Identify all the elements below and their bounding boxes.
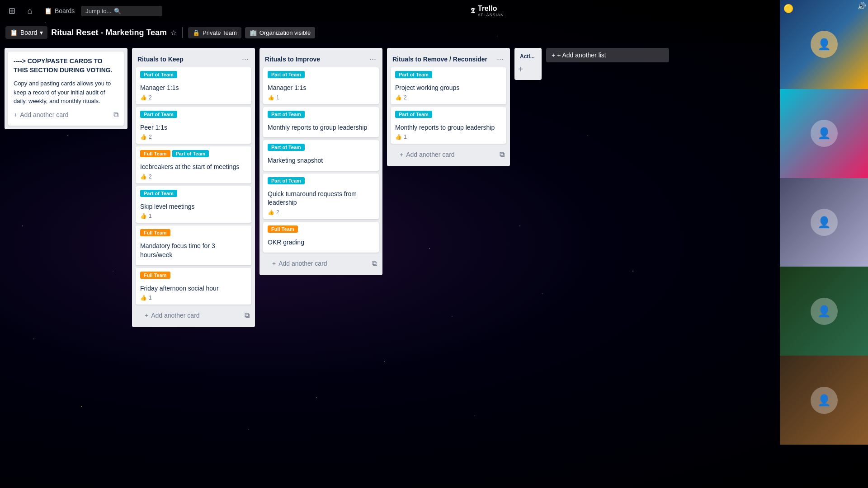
card-keep-focus-time[interactable]: Full Team Mandatory focus time for 3 hou…: [136, 225, 251, 265]
video-participant-3[interactable]: 👤: [780, 178, 868, 267]
visibility-badge[interactable]: 🔒 Private Team: [188, 27, 241, 38]
plus-icon: +: [145, 312, 148, 319]
board-star-button[interactable]: ☆: [170, 28, 177, 37]
label-full-team: Full Team: [140, 229, 170, 236]
home-icon[interactable]: ⌂: [22, 3, 38, 19]
column-rituals-improve: Rituals to Improve ··· Part of Team Mana…: [259, 48, 382, 275]
card-likes[interactable]: 👍 2: [395, 94, 407, 101]
note-card-title: ----> COPY/PASTE CARDS TO THIS SECTION D…: [14, 57, 118, 75]
note-card[interactable]: ----> COPY/PASTE CARDS TO THIS SECTION D…: [8, 52, 124, 126]
card-likes[interactable]: 👍 1: [140, 295, 152, 301]
column-copy-paste: ----> COPY/PASTE CARDS TO THIS SECTION D…: [5, 48, 127, 129]
add-card-button-col2[interactable]: + Add another card: [267, 256, 367, 271]
like-count: 2: [149, 174, 152, 180]
thumbsup-icon: 👍: [140, 134, 147, 140]
card-remove-monthly-reports[interactable]: Part of Team Monthly reports to group le…: [391, 107, 506, 144]
plus-icon: +: [400, 151, 403, 158]
card-keep-peer-1on1[interactable]: Part of Team Peer 1:1s 👍 2: [136, 107, 251, 144]
card-title: Manager 1:1s: [140, 84, 247, 93]
label-part-of-team: Part of Team: [268, 177, 305, 184]
column-menu-keep[interactable]: ···: [239, 53, 251, 65]
card-keep-friday-social[interactable]: Full Team Friday afternoon social hour 👍…: [136, 268, 251, 305]
video-participant-2[interactable]: 👤: [780, 89, 868, 178]
card-improve-marketing-snapshot[interactable]: Part of Team Marketing snapshot: [263, 140, 379, 171]
card-likes[interactable]: 👍 2: [140, 134, 152, 140]
top-navigation: ⊞ ⌂ 📋 Boards Jump to... 🔍 𝕿 Trello ATLAS…: [0, 0, 868, 22]
like-count: 1: [149, 213, 152, 219]
column-title-improve: Rituals to Improve: [265, 56, 367, 63]
like-count: 2: [276, 209, 279, 216]
card-keep-icebreakers[interactable]: Full Team Part of Team Icebreakers at th…: [136, 146, 251, 183]
card-footer: 👍 2: [268, 209, 374, 216]
card-likes[interactable]: 👍 1: [140, 213, 152, 219]
card-footer: 👍 1: [395, 134, 502, 140]
logo-text: 𝕿 Trello ATLASSIAN: [471, 5, 504, 17]
card-title: Icebreakers at the start of meetings: [140, 163, 247, 172]
add-card-button-col3[interactable]: + Add another card: [394, 147, 494, 162]
add-column-label: + Add another list: [557, 52, 606, 59]
card-improve-monthly-reports[interactable]: Part of Team Monthly reports to group le…: [263, 107, 379, 138]
thumbsup-icon: 👍: [395, 134, 402, 140]
board-menu-label: Board: [20, 29, 37, 36]
board-menu-button[interactable]: 📋 Board ▾: [5, 26, 47, 39]
add-card-label: Add another card: [278, 260, 327, 267]
label-part-of-team: Part of Team: [172, 150, 209, 157]
thumbsup-icon: 👍: [268, 209, 274, 216]
copy-icon[interactable]: ⧉: [370, 258, 379, 269]
org-visibility-badge[interactable]: 🏢 Organization visible: [245, 27, 315, 38]
board-menu-arrow: ▾: [40, 29, 43, 36]
apps-icon[interactable]: ⊞: [4, 3, 20, 19]
card-title: Manager 1:1s: [268, 84, 374, 93]
card-likes[interactable]: 👍 2: [140, 94, 152, 101]
video-participant-4[interactable]: 👤: [780, 267, 868, 356]
card-title: Project working groups: [395, 84, 502, 93]
card-likes[interactable]: 👍 1: [395, 134, 407, 140]
column-actions: Acti... +: [514, 48, 542, 80]
add-card-button-col0[interactable]: + Add another card: [14, 109, 69, 120]
card-likes[interactable]: 👍 2: [268, 209, 279, 216]
label-part-of-team: Part of Team: [140, 190, 177, 197]
boards-nav-item[interactable]: 📋 Boards: [40, 5, 79, 16]
jump-to-text: Jump to...: [85, 8, 111, 14]
trello-icon: 𝕿: [471, 7, 475, 15]
copy-icon[interactable]: ⧉: [498, 149, 506, 160]
add-card-icon: +: [14, 111, 17, 118]
column-menu-improve[interactable]: ···: [367, 53, 379, 65]
add-card-button-col4[interactable]: +: [518, 64, 524, 75]
add-column-button[interactable]: + + Add another list: [546, 48, 669, 62]
thumbsup-icon: 👍: [140, 94, 147, 101]
card-title: OKR grading: [268, 238, 374, 247]
thumbsup-icon: 👍: [268, 94, 274, 101]
copy-icon[interactable]: ⧉: [113, 111, 118, 119]
jump-to-search[interactable]: Jump to... 🔍: [81, 6, 162, 16]
add-card-button-col1[interactable]: + Add another card: [139, 308, 239, 323]
card-likes[interactable]: 👍 2: [140, 174, 152, 180]
card-remove-project-working[interactable]: Part of Team Project working groups 👍 2: [391, 67, 506, 104]
card-keep-skip-level[interactable]: Part of Team Skip level meetings 👍 1: [136, 186, 251, 223]
column-header-remove: Rituals to Remove / Reconsider ···: [387, 52, 510, 67]
column-title-actions: Acti...: [520, 53, 538, 60]
card-improve-manager-1on1[interactable]: Part of Team Manager 1:1s 👍 1: [263, 67, 379, 104]
label-part-of-team: Part of Team: [268, 144, 305, 151]
card-footer: 👍 1: [268, 94, 374, 101]
column-title-remove: Rituals to Remove / Reconsider: [392, 56, 494, 63]
label-part-of-team: Part of Team: [395, 111, 432, 118]
card-keep-manager-1on1[interactable]: Part of Team Manager 1:1s 👍 2: [136, 67, 251, 104]
column-menu-remove[interactable]: ···: [494, 53, 506, 65]
thumbsup-icon: 👍: [140, 295, 147, 301]
add-card-label: Add another card: [151, 312, 199, 319]
column-header-keep: Rituals to Keep ···: [132, 52, 255, 67]
video-participant-5[interactable]: 👤: [780, 356, 868, 445]
card-likes[interactable]: 👍 1: [268, 94, 279, 101]
card-improve-quick-turnaround[interactable]: Part of Team Quick turnaround requests f…: [263, 174, 379, 219]
org-label: Organization visible: [259, 29, 311, 36]
board-divider: [182, 27, 183, 38]
card-improve-okr-grading[interactable]: Full Team OKR grading: [263, 222, 379, 253]
note-card-footer: + Add another card ⧉: [14, 109, 118, 120]
copy-icon[interactable]: ⧉: [243, 310, 251, 321]
thumbsup-icon: 👍: [140, 213, 147, 219]
card-title: Quick turnaround requests from leadershi…: [268, 190, 374, 207]
video-participant-1[interactable]: 👤 🟡 🔊: [780, 0, 868, 89]
label-part-of-team: Part of Team: [140, 71, 177, 78]
thumbsup-icon: 👍: [395, 94, 402, 101]
